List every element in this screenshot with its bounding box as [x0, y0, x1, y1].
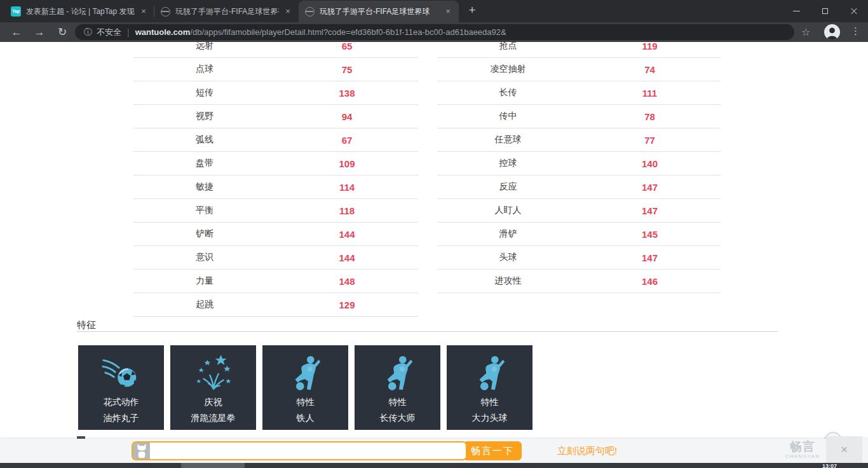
- person-icon: [824, 24, 840, 40]
- stat-label: 任意球: [437, 134, 579, 146]
- tab-close-icon[interactable]: ×: [139, 6, 149, 17]
- stat-row: 远射 65: [133, 42, 418, 58]
- comment-prompt[interactable]: 立刻说两句吧!: [557, 439, 617, 463]
- browser-tab[interactable]: 玩脱了手游平台-FIFA足球世界手 ×: [154, 1, 299, 22]
- fireworks-icon: [194, 354, 233, 394]
- maximize-icon: [822, 8, 828, 14]
- profile-avatar[interactable]: [824, 24, 840, 40]
- stat-row: 头球 147: [437, 246, 721, 270]
- browser-tab[interactable]: 玩脱了手游平台-FIFA足球世界球 ×: [299, 1, 459, 22]
- feature-card: 特性 长传大师: [355, 345, 440, 430]
- forward-button[interactable]: →: [28, 26, 51, 39]
- stat-label: 起跳: [133, 299, 276, 310]
- stat-row: 滑铲 145: [437, 223, 721, 246]
- reload-button[interactable]: ↻: [51, 25, 74, 39]
- feature-card-category: 特性: [297, 394, 315, 410]
- features-heading: 特征: [77, 320, 778, 332]
- stat-label: 平衡: [133, 205, 276, 216]
- feature-card-name: 滑跪流星拳: [191, 410, 236, 426]
- stat-row: 进攻性 146: [437, 270, 721, 293]
- stat-value: 67: [276, 135, 418, 146]
- stat-value: 146: [579, 276, 721, 287]
- stat-row: 起跳 129: [133, 293, 418, 317]
- comment-bar: 畅言一下 立刻说两句吧! 畅言 CHANGYAN ×: [0, 439, 868, 463]
- stat-value: 138: [276, 88, 418, 99]
- security-label: 不安全: [97, 27, 121, 38]
- footballer-icon: [286, 354, 325, 394]
- changyan-logo-en: CHANGYAN: [784, 453, 821, 459]
- feature-card-name: 大力头球: [472, 410, 508, 426]
- footballer-icon: [470, 354, 510, 394]
- stats-table-left: 远射 65 点球 75 短传 138 视野 94 弧线 67 盘带 109 敏捷…: [133, 42, 418, 317]
- feature-card-icon: [102, 354, 141, 394]
- stat-value: 145: [579, 229, 721, 240]
- bottom-strip: 13:07: [0, 463, 868, 468]
- page-content: 远射 65 点球 75 短传 138 视野 94 弧线 67 盘带 109 敏捷…: [77, 42, 778, 430]
- stat-value: 118: [276, 205, 418, 216]
- feature-card-icon: [378, 354, 417, 394]
- stat-value: 129: [276, 299, 418, 310]
- info-icon[interactable]: ⓘ: [84, 27, 92, 38]
- bookmark-star-icon[interactable]: ☆: [801, 26, 810, 38]
- close-window-button[interactable]: [839, 0, 868, 22]
- tab-close-icon[interactable]: ×: [443, 6, 453, 17]
- stat-value: 111: [579, 88, 721, 99]
- minimize-icon: [793, 11, 800, 11]
- stat-row: 传中 78: [437, 105, 721, 128]
- stat-value: 94: [276, 111, 418, 122]
- minimize-button[interactable]: [782, 0, 811, 22]
- stat-row: 铲断 144: [133, 223, 418, 246]
- stat-row: 敏捷 114: [133, 176, 418, 199]
- scrollbar-thumb[interactable]: [181, 463, 245, 468]
- browser-menu-icon[interactable]: ⋮: [851, 25, 860, 37]
- footballer-icon: [378, 354, 417, 394]
- taskbar-clock: 13:07: [822, 463, 837, 468]
- back-button[interactable]: ←: [5, 26, 28, 39]
- stat-label: 盘带: [133, 158, 276, 169]
- stat-label: 长传: [437, 87, 579, 99]
- stat-value: 75: [276, 64, 418, 75]
- flying-soccer-ball-icon: [102, 354, 141, 394]
- browser-window: Tap 发表新主题 - 论坛 | TapTap 发现 × 玩脱了手游平台-FIF…: [0, 0, 868, 468]
- url-host: wantuole.com: [135, 27, 191, 37]
- stat-label: 头球: [437, 252, 579, 263]
- stat-value: 144: [276, 252, 418, 263]
- stat-label: 传中: [437, 111, 579, 122]
- changyan-logo: 畅言 CHANGYAN: [784, 440, 821, 459]
- feature-card-category: 花式动作: [104, 394, 139, 410]
- feature-card-category: 庆祝: [205, 394, 222, 410]
- address-bar[interactable]: ⓘ 不安全 | wantuole.com/db/apps/fifamobile/…: [75, 24, 794, 40]
- comment-submit-button[interactable]: 畅言一下: [463, 441, 522, 460]
- tab-strip: Tap 发表新主题 - 论坛 | TapTap 发现 × 玩脱了手游平台-FIF…: [5, 1, 459, 22]
- comment-avatar: [133, 443, 150, 459]
- tab-favicon-icon: [160, 6, 170, 17]
- feature-card-icon: [286, 354, 325, 394]
- comment-close-button[interactable]: ×: [826, 436, 862, 463]
- feature-card-category: 特性: [389, 394, 407, 410]
- changyan-logo-cn: 畅言: [784, 440, 821, 453]
- feature-cards: 花式动作 油炸丸子: [78, 345, 778, 430]
- feature-card-category: 特性: [481, 394, 499, 410]
- cat-avatar-icon: [136, 443, 147, 459]
- feature-card: 庆祝 滑跪流星拳: [170, 345, 256, 430]
- comment-input-box: [132, 441, 467, 460]
- nav-buttons: ← → ↻: [5, 22, 74, 42]
- stat-row: 控球 140: [437, 152, 721, 176]
- stat-value: 140: [579, 158, 721, 169]
- stat-label: 点球: [133, 64, 276, 75]
- feature-card: 特性 大力头球: [447, 345, 532, 430]
- tab-title: 发表新主题 - 论坛 | TapTap 发现: [26, 6, 135, 17]
- new-tab-button[interactable]: +: [464, 3, 480, 19]
- stat-row: 意识 144: [133, 246, 418, 270]
- stat-row: 长传 111: [437, 81, 721, 105]
- comment-input[interactable]: [150, 443, 466, 459]
- stat-label: 视野: [133, 111, 276, 122]
- player-stats: 远射 65 点球 75 短传 138 视野 94 弧线 67 盘带 109 敏捷…: [77, 42, 778, 317]
- stat-row: 盘带 109: [133, 152, 418, 176]
- feature-card-name: 铁人: [297, 410, 315, 426]
- browser-tab[interactable]: Tap 发表新主题 - 论坛 | TapTap 发现 ×: [5, 1, 154, 22]
- stat-row: 人盯人 147: [437, 199, 721, 223]
- tab-bar: Tap 发表新主题 - 论坛 | TapTap 发现 × 玩脱了手游平台-FIF…: [0, 0, 868, 22]
- maximize-button[interactable]: [811, 0, 839, 22]
- tab-close-icon[interactable]: ×: [283, 6, 293, 17]
